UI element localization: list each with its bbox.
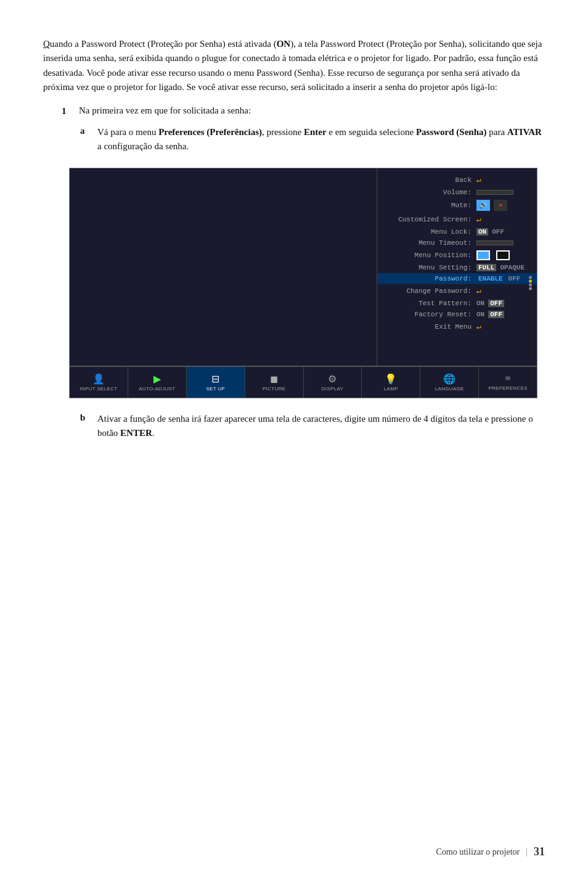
menu-label-factory-reset: Factory Reset: [382,311,476,318]
step-b-bold-enter: ENTER [120,428,152,438]
toolbar-item-lamp[interactable]: 💡 LAMP [362,367,420,398]
toolbar-item-auto-adjust[interactable]: ▶ AUTO-ADJUST [128,367,187,398]
menu-values-factory-reset: ON OFF [476,311,532,318]
toolbar-label-set-up: SET UP [206,386,225,392]
language-icon: 🌐 [443,373,455,385]
step-a-bold-password: Password (Senha) [416,127,487,137]
menu-label-menu-setting: Menu Setting: [382,264,476,271]
toolbar-item-picture[interactable]: ◼ PICTURE [245,367,304,398]
menu-row-change-password: Change Password: ↵ [377,284,537,298]
menu-label-exit-menu: Exit Menu [382,323,476,331]
toolbar-item-input-select[interactable]: 👤 INPUT SELECT [70,367,128,398]
toolbar-label-auto-adjust: AUTO-ADJUST [139,386,175,392]
menu-values-menu-lock: ON OFF [476,228,532,236]
toolbar-label-picture: PICTURE [263,386,285,392]
menu-label-back: Back [382,176,476,184]
scroll-dot-2 [529,279,532,282]
toolbar-label-language: LANGUAGE [435,386,464,392]
menu-label-menu-position: Menu Position: [382,252,476,259]
menu-lock-off: OFF [492,228,504,236]
change-password-arrow: ↵ [476,286,481,296]
menu-row-exit-menu: Exit Menu ↵ [377,320,537,334]
menu-row-volume: Volume: [377,187,537,198]
preferences-icon: ≡ [505,373,511,384]
step-a-bold-enter: Enter [304,127,327,137]
menu-lock-on: ON [476,228,488,236]
timeout-bar [476,240,513,245]
menu-values-customized-screen: ↵ [476,215,532,224]
test-pattern-on: ON [476,300,484,307]
numbered-item-1: 1 Na primeira vez em que for solicitada … [62,105,545,117]
menu-values-menu-timeout [476,240,532,245]
menu-label-menu-lock: Menu Lock: [382,228,476,236]
step-letter-a: a [80,125,97,136]
lettered-item-a: a Vá para o menu Preferences (Preferênci… [80,125,545,154]
bold-on: ON [277,39,291,49]
menu-panel: Back ↵ Volume: [377,168,537,366]
factory-reset-on: ON [476,311,484,318]
lettered-item-b: b Ativar a função de senha irá fazer apa… [80,412,545,441]
menu-label-menu-timeout: Menu Timeout: [382,239,476,247]
pos-icon-right [496,250,510,260]
footer-page-number: 31 [534,845,545,858]
menu-row-back: Back ↵ [377,173,537,187]
menu-values-test-pattern: ON OFF [476,300,532,307]
menu-screenshot: Back ↵ Volume: [69,168,537,398]
volume-bar [476,190,513,195]
timeout-bar-track [476,240,513,245]
toolbar-item-preferences[interactable]: ≡ PREFERENCES [479,367,537,398]
toolbar-label-input-select: INPUT SELECT [80,386,118,392]
footer-text: Como utilizar o projetor [436,847,520,857]
scroll-indicator [529,276,532,290]
scroll-dot-4 [529,287,532,290]
back-arrow: ↵ [476,175,481,185]
picture-icon: ◼ [270,373,278,385]
intro-paragraph: Quando a Password Protect (Proteção por … [43,37,545,94]
step-a-bold-ativar: ATIVAR [507,127,542,137]
step-number-1: 1 [62,105,79,117]
test-pattern-off: OFF [488,300,504,307]
toolbar-label-preferences: PREFERENCES [488,385,527,391]
password-enable: ENABLE [476,275,505,282]
menu-setting-full: FULL [476,264,496,271]
menu-values-menu-position [476,250,532,260]
step-a-bold-preferences: Preferences (Preferências) [158,127,262,137]
menu-values-password: ENABLE OFF [476,275,532,282]
menu-main: Back ↵ Volume: [70,168,537,366]
step-letter-b: b [80,412,97,423]
menu-label-mute: Mute: [382,202,476,209]
menu-row-factory-reset: Factory Reset: ON OFF [377,309,537,320]
toolbar-item-language[interactable]: 🌐 LANGUAGE [420,367,479,398]
toolbar-label-lamp: LAMP [384,386,398,392]
toolbar-item-set-up[interactable]: ⊟ SET UP [187,367,245,398]
menu-values-volume [476,190,532,195]
menu-values-back: ↵ [476,175,532,185]
step-1-text: Na primeira vez em que for solicitada a … [79,105,251,116]
mute-icon-inactive: ✕ [494,200,507,211]
menu-row-customized-screen: Customized Screen: ↵ [377,213,537,226]
password-off: OFF [508,275,521,282]
auto-adjust-icon: ▶ [153,373,161,385]
menu-row-password: Password: ENABLE OFF [377,273,537,284]
set-up-icon: ⊟ [211,373,219,385]
menu-values-exit-menu: ↵ [476,322,532,332]
page-content: Quando a Password Protect (Proteção por … [0,0,588,477]
step-b-content: Ativar a função de senha irá fazer apare… [97,412,545,441]
factory-reset-off: OFF [488,311,504,318]
input-select-icon: 👤 [92,373,105,385]
menu-setting-opaque: OPAQUE [500,264,525,271]
menu-values-mute: 🔊 ✕ [476,200,532,211]
lamp-icon: 💡 [385,373,397,385]
scroll-dot-1 [529,276,532,279]
exit-menu-arrow: ↵ [476,322,481,332]
step-a-content: Vá para o menu Preferences (Preferências… [97,125,545,154]
footer-divider: | [526,847,528,857]
scroll-dot-3 [529,283,532,286]
toolbar-item-display[interactable]: ⚙ DISPLAY [304,367,362,398]
menu-row-menu-position: Menu Position: [377,248,537,262]
menu-label-change-password: Change Password: [382,287,476,295]
toolbar: 👤 INPUT SELECT ▶ AUTO-ADJUST ⊟ SET UP ◼ … [70,366,537,398]
menu-label-customized-screen: Customized Screen: [382,216,476,223]
menu-row-menu-setting: Menu Setting: FULL OPAQUE [377,262,537,273]
footer: Como utilizar o projetor | 31 [436,845,545,858]
